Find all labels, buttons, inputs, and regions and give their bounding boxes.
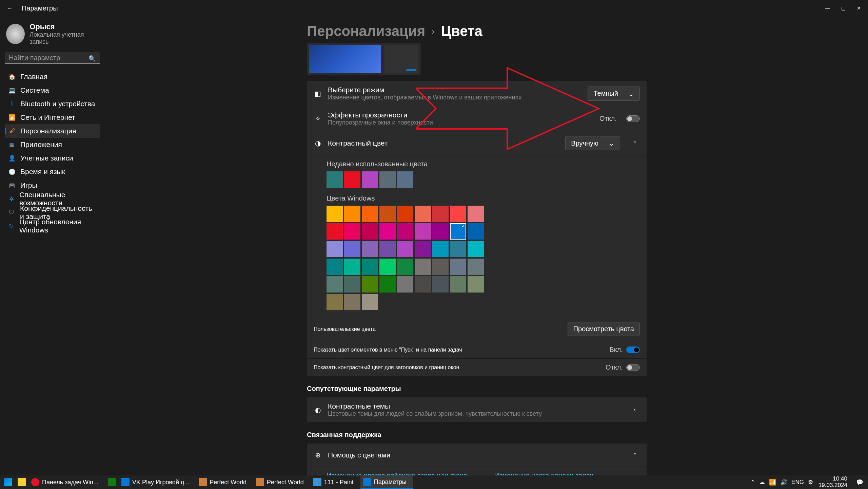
sidebar-item[interactable]: 💻Система (5, 83, 100, 97)
color-swatch[interactable] (344, 259, 360, 275)
xbox-button[interactable] (105, 475, 119, 489)
tray-chevron-icon[interactable]: ⌃ (750, 479, 755, 486)
color-swatch[interactable] (450, 259, 466, 275)
color-swatch[interactable] (432, 259, 449, 275)
language-indicator[interactable]: ENG (789, 479, 806, 486)
taskbar-item[interactable]: Perfect World (253, 475, 311, 489)
transparency-row[interactable]: ✧ Эффекты прозрачности Полупрозрачные ок… (307, 106, 647, 131)
clock[interactable]: 10:40 19.03.2024 (815, 476, 851, 488)
color-swatch[interactable] (450, 223, 466, 240)
search-input[interactable] (5, 52, 100, 64)
sidebar-item[interactable]: 🏠Главная (5, 70, 100, 83)
mode-row[interactable]: ◧ Выберите режим Изменение цветов, отобр… (307, 81, 647, 106)
color-swatch[interactable] (327, 259, 343, 275)
color-swatch[interactable] (468, 223, 484, 240)
start-button[interactable] (1, 475, 15, 489)
color-swatch[interactable] (468, 276, 484, 293)
sidebar-item[interactable]: ▦Приложения (5, 138, 100, 151)
help-colors-row[interactable]: ⊕ Помощь с цветами ⌃ (307, 444, 647, 467)
color-swatch[interactable] (415, 241, 431, 257)
help-link-1[interactable]: Изменение цветов рабочего стола или фона (327, 472, 467, 475)
color-swatch[interactable] (379, 223, 396, 240)
expand-button[interactable]: ⌃ (630, 452, 640, 458)
color-swatch[interactable] (362, 276, 378, 293)
color-swatch[interactable] (450, 276, 466, 293)
transparency-toggle[interactable] (626, 115, 640, 122)
taskbar-item[interactable]: 111 - Paint (311, 475, 360, 489)
color-swatch[interactable] (397, 206, 413, 222)
color-swatch[interactable] (397, 223, 413, 240)
color-swatch[interactable] (379, 241, 396, 257)
sidebar-item[interactable]: ✲Специальные возможности (5, 192, 100, 206)
color-swatch[interactable] (379, 206, 396, 222)
color-swatch[interactable] (344, 223, 360, 240)
color-swatch[interactable] (415, 206, 431, 222)
color-swatch[interactable] (415, 223, 431, 240)
maximize-button[interactable]: ▢ (835, 3, 851, 14)
tray-cloud-icon[interactable]: ☁ (759, 479, 765, 486)
color-swatch[interactable] (327, 276, 343, 293)
contrast-themes-row[interactable]: ◐ Контрастные темы Цветовые темы для люд… (307, 397, 647, 422)
sidebar-item[interactable]: 🛡Конфиденциальность и защита (5, 206, 100, 219)
sidebar-item[interactable]: 👤Учетные записи (5, 151, 100, 165)
color-swatch[interactable] (362, 171, 378, 188)
color-swatch[interactable] (468, 206, 484, 222)
taskbar-item[interactable]: Панель задач Win... (28, 475, 105, 489)
color-swatch[interactable] (432, 223, 449, 240)
color-swatch[interactable] (450, 206, 466, 222)
sidebar-item[interactable]: ↻Центр обновления Windows (5, 219, 100, 233)
color-swatch[interactable] (362, 206, 378, 222)
mode-dropdown[interactable]: Темный ⌄ (588, 87, 640, 101)
color-swatch[interactable] (344, 294, 360, 310)
expand-button[interactable]: ⌃ (630, 140, 640, 147)
view-colors-button[interactable]: Просмотреть цвета (568, 322, 640, 336)
color-swatch[interactable] (327, 294, 343, 310)
taskbar-item-active[interactable]: Параметры (360, 475, 413, 489)
color-swatch[interactable] (362, 241, 378, 257)
color-swatch[interactable] (327, 206, 343, 222)
color-swatch[interactable] (415, 276, 431, 293)
color-swatch[interactable] (327, 241, 343, 257)
sidebar-item[interactable]: 📶Сеть и Интернет (5, 111, 100, 124)
color-swatch[interactable] (379, 259, 396, 275)
color-swatch[interactable] (450, 241, 466, 257)
titlebars-toggle[interactable] (626, 364, 640, 371)
back-button[interactable]: ← (5, 3, 15, 13)
color-swatch[interactable] (397, 171, 413, 188)
color-swatch[interactable] (344, 241, 360, 257)
color-swatch[interactable] (397, 259, 413, 275)
sidebar-item[interactable]: 🕒Время и язык (5, 165, 100, 178)
color-swatch[interactable] (432, 276, 449, 293)
color-swatch[interactable] (327, 171, 343, 188)
breadcrumb-parent[interactable]: Персонализация (307, 23, 425, 39)
sidebar-item[interactable]: ᛒBluetooth и устройства (5, 97, 100, 111)
taskbar[interactable]: Панель задач Win... VK Play Игровой ц...… (0, 475, 868, 489)
accent-dropdown[interactable]: Вручную ⌄ (565, 136, 620, 150)
sidebar-item[interactable]: 🎮Игры (5, 178, 100, 192)
color-swatch[interactable] (397, 276, 413, 293)
tray-wifi-icon[interactable]: 📶 (769, 479, 776, 486)
start-taskbar-toggle[interactable] (626, 346, 640, 353)
taskbar-item[interactable]: Perfect World (196, 475, 253, 489)
close-button[interactable]: ✕ (851, 3, 867, 14)
minimize-button[interactable]: — (820, 3, 835, 14)
color-swatch[interactable] (362, 294, 378, 310)
color-swatch[interactable] (432, 241, 449, 257)
color-swatch[interactable] (397, 241, 413, 257)
color-swatch[interactable] (468, 259, 484, 275)
notifications-icon[interactable]: 💬 (853, 479, 867, 486)
tray-settings-icon[interactable]: ⚙ (808, 479, 813, 486)
color-swatch[interactable] (362, 223, 378, 240)
sidebar-item[interactable]: 🖌Персонализация (5, 124, 100, 138)
accent-color-row[interactable]: ◑ Контрастный цвет Вручную ⌄ ⌃ (307, 131, 647, 155)
color-swatch[interactable] (415, 259, 431, 275)
help-link-2[interactable]: Изменение цвета панели задач (494, 472, 593, 475)
color-swatch[interactable] (379, 276, 396, 293)
color-swatch[interactable] (468, 241, 484, 257)
tray-volume-icon[interactable]: 🔊 (780, 479, 787, 486)
color-swatch[interactable] (344, 171, 360, 188)
color-swatch[interactable] (344, 276, 360, 293)
color-swatch[interactable] (344, 206, 360, 222)
user-block[interactable]: Орыся Локальная учетная запись (5, 20, 100, 52)
explorer-button[interactable] (15, 475, 28, 489)
